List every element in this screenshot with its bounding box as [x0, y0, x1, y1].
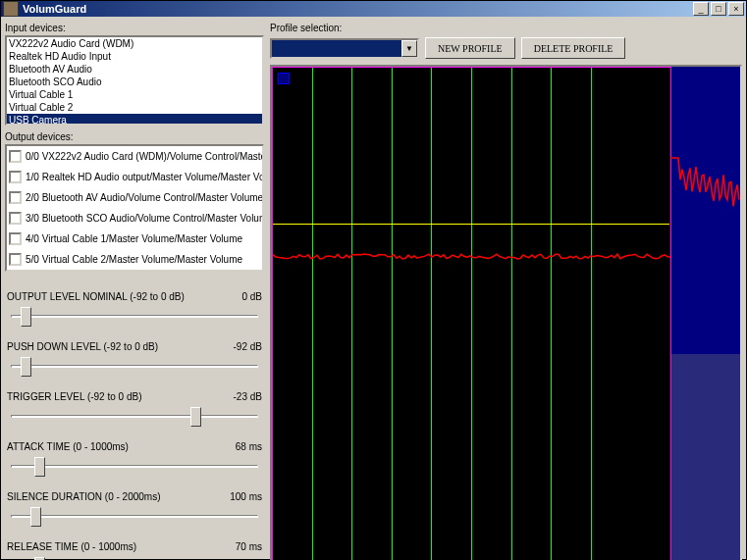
silence-duration-label: SILENCE DURATION (0 - 2000ms)	[7, 491, 161, 502]
input-device-item[interactable]: Bluetooth AV Audio	[7, 63, 262, 76]
input-devices-list[interactable]: VX222v2 Audio Card (WDM)Realtek HD Audio…	[5, 35, 264, 126]
profile-combo[interactable]: ▼	[270, 38, 419, 59]
grid-line	[551, 68, 552, 560]
output-device-label: 0/0 VX222v2 Audio Card (WDM)/Volume Cont…	[26, 151, 262, 162]
profile-selection-label: Profile selection:	[270, 23, 742, 33]
output-device-item[interactable]: 2/0 Bluetooth AV Audio/Volume Control/Ma…	[7, 187, 262, 208]
output-device-label: 2/0 Bluetooth AV Audio/Volume Control/Ma…	[26, 192, 262, 203]
profile-row: ▼ NEW PROFILE DELETE PROFILE	[270, 37, 742, 59]
output-checkbox[interactable]	[9, 232, 22, 245]
output-checkbox[interactable]	[9, 212, 22, 225]
input-device-item[interactable]: Bluetooth SCO Audio	[7, 76, 262, 88]
output-device-label: 5/0 Virtual Cable 2/Master Volume/Master…	[26, 254, 242, 265]
output-checkbox[interactable]	[9, 150, 22, 163]
input-device-item[interactable]: VX222v2 Audio Card (WDM)	[7, 37, 262, 50]
slider-thumb[interactable]	[21, 357, 31, 377]
slider-thumb[interactable]	[30, 507, 41, 527]
output-checkbox[interactable]	[9, 253, 22, 266]
output-device-label: 1/0 Realtek HD Audio output/Master Volum…	[26, 172, 262, 182]
main-window: VolumGuard _ □ × Input devices: VX222v2 …	[0, 0, 747, 560]
silence-duration-value: 100 ms	[230, 491, 262, 502]
output-device-item[interactable]: 5/0 Virtual Cable 2/Master Volume/Master…	[7, 249, 262, 270]
input-device-item[interactable]: Virtual Cable 2	[7, 101, 262, 114]
push-down-slider: PUSH DOWN LEVEL (-92 to 0 dB) -92 dB	[5, 341, 264, 380]
window-title: VolumGuard	[23, 3, 691, 15]
output-device-item[interactable]: 0/0 VX222v2 Audio Card (WDM)/Volume Cont…	[7, 146, 262, 167]
waveform-graph[interactable]	[270, 65, 742, 560]
trigger-level-value: -23 dB	[234, 391, 262, 402]
grid-line	[431, 68, 432, 560]
output-level-value: 0 dB	[241, 291, 262, 302]
grid-line	[471, 68, 472, 560]
grid-line	[511, 68, 512, 560]
slider-thumb[interactable]	[34, 457, 45, 477]
output-devices-label: Output devices:	[5, 131, 264, 142]
input-devices-label: Input devices:	[5, 23, 264, 33]
output-level-slider: OUTPUT LEVEL NOMINAL (-92 to 0 dB) 0 dB	[5, 291, 264, 330]
input-device-item[interactable]: USB Camera	[7, 114, 262, 126]
right-column: Profile selection: ▼ NEW PROFILE DELETE …	[270, 21, 742, 560]
push-down-track[interactable]	[5, 354, 264, 380]
maximize-button[interactable]: □	[711, 2, 726, 16]
delete-profile-button[interactable]: DELETE PROFILE	[521, 37, 626, 59]
output-checkbox[interactable]	[9, 191, 22, 204]
output-device-item[interactable]: 3/0 Bluetooth SCO Audio/Volume Control/M…	[7, 208, 262, 229]
slider-thumb[interactable]	[21, 307, 31, 327]
release-time-label: RELEASE TIME (0 - 1000ms)	[7, 541, 136, 552]
output-checkbox[interactable]	[9, 171, 22, 183]
grid-line	[591, 68, 592, 560]
push-down-label: PUSH DOWN LEVEL (-92 to 0 dB)	[7, 341, 158, 352]
content-area: Input devices: VX222v2 Audio Card (WDM)R…	[1, 17, 746, 560]
attack-time-track[interactable]	[5, 454, 264, 480]
output-device-item[interactable]: 1/0 Realtek HD Audio output/Master Volum…	[7, 167, 262, 187]
app-icon	[3, 1, 19, 17]
slider-thumb[interactable]	[190, 407, 201, 427]
sliders-panel: OUTPUT LEVEL NOMINAL (-92 to 0 dB) 0 dB …	[5, 278, 264, 560]
close-button[interactable]: ×	[728, 2, 744, 16]
waveform-live	[670, 150, 740, 248]
output-level-track[interactable]	[5, 304, 264, 330]
grid-line	[351, 68, 352, 560]
release-time-track[interactable]	[5, 554, 264, 560]
grid-line	[392, 68, 393, 560]
release-time-slider: RELEASE TIME (0 - 1000ms) 70 ms	[5, 541, 264, 560]
trigger-threshold-line	[273, 224, 669, 225]
attack-time-value: 68 ms	[236, 441, 262, 452]
output-devices-list[interactable]: 0/0 VX222v2 Audio Card (WDM)/Volume Cont…	[5, 144, 264, 272]
silence-duration-slider: SILENCE DURATION (0 - 2000ms) 100 ms	[5, 491, 264, 530]
silence-duration-track[interactable]	[5, 504, 264, 530]
trigger-level-slider: TRIGGER LEVEL (-92 to 0 dB) -23 dB	[5, 391, 264, 430]
output-device-label: 3/0 Bluetooth SCO Audio/Volume Control/M…	[26, 213, 262, 224]
combo-dropdown-button[interactable]: ▼	[401, 40, 417, 57]
minimize-button[interactable]: _	[693, 2, 709, 16]
output-device-item[interactable]: 4/0 Virtual Cable 1/Master Volume/Master…	[7, 229, 262, 249]
graph-indicator-icon	[278, 73, 290, 84]
attack-time-slider: ATTACK TIME (0 - 1000ms) 68 ms	[5, 441, 264, 480]
titlebar[interactable]: VolumGuard _ □ ×	[1, 1, 746, 17]
left-column: Input devices: VX222v2 Audio Card (WDM)R…	[5, 21, 264, 560]
output-level-label: OUTPUT LEVEL NOMINAL (-92 to 0 dB)	[7, 291, 185, 302]
trigger-level-label: TRIGGER LEVEL (-92 to 0 dB)	[7, 391, 141, 402]
attack-time-label: ATTACK TIME (0 - 1000ms)	[7, 441, 129, 452]
grid-line	[312, 68, 313, 560]
new-profile-button[interactable]: NEW PROFILE	[425, 37, 515, 59]
input-device-item[interactable]: Virtual Cable 1	[7, 88, 262, 101]
waveform-main	[273, 250, 670, 264]
push-down-value: -92 dB	[234, 341, 262, 352]
output-device-label: 4/0 Virtual Cable 1/Master Volume/Master…	[26, 233, 242, 244]
graph-live-panel	[670, 67, 740, 560]
release-time-value: 70 ms	[236, 541, 262, 552]
trigger-level-track[interactable]	[5, 404, 264, 430]
input-device-item[interactable]: Realtek HD Audio Input	[7, 50, 262, 63]
